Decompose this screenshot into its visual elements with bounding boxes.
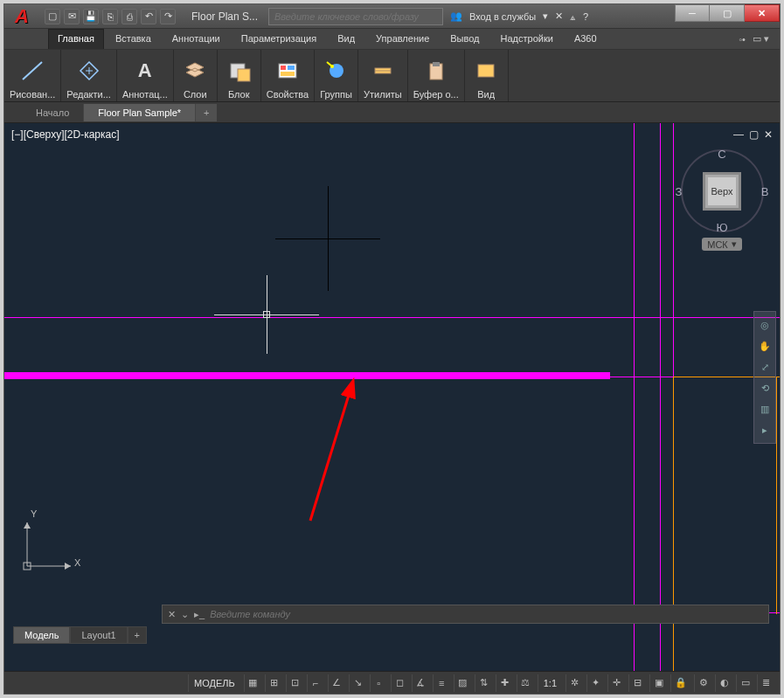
- ribbon-panel-utilities[interactable]: Утилиты: [358, 50, 408, 101]
- ribbon-panel-annotation[interactable]: AАннотац...: [117, 50, 174, 101]
- showmotion-icon[interactable]: ▥: [757, 401, 773, 417]
- ribbon-panel-modify[interactable]: Редакти...: [61, 50, 117, 101]
- close-button[interactable]: ✕: [745, 4, 780, 22]
- quick-properties-icon[interactable]: ▣: [649, 674, 667, 692]
- otrack-icon[interactable]: ∡: [412, 674, 429, 692]
- 3dosnap-icon[interactable]: ◻: [391, 674, 408, 692]
- app-logo[interactable]: A: [4, 4, 39, 29]
- svg-line-0: [23, 62, 42, 79]
- status-model-button[interactable]: МОДЕЛЬ: [188, 674, 240, 692]
- menu-item[interactable]: Параметризация: [232, 29, 326, 49]
- hardware-accel-icon[interactable]: ⚙: [694, 674, 711, 692]
- ortho-mode-icon[interactable]: ⌐: [307, 674, 324, 692]
- svg-marker-17: [65, 563, 71, 570]
- saveas-icon[interactable]: ⎘: [102, 9, 118, 24]
- orbit-icon[interactable]: ⟲: [757, 380, 773, 396]
- zoom-extents-icon[interactable]: ⤢: [757, 359, 773, 375]
- document-tab-add[interactable]: +: [196, 104, 217, 121]
- pan-icon[interactable]: ✋: [757, 338, 773, 354]
- open-icon[interactable]: ✉: [64, 9, 80, 24]
- viewcube[interactable]: С Ю В З Верх МСК▾: [678, 149, 766, 254]
- menu-item[interactable]: Вид: [328, 29, 364, 49]
- lock-ui-icon[interactable]: 🔒: [670, 674, 690, 692]
- ribbon-bullet-icon[interactable]: ◦•: [739, 34, 746, 45]
- command-input[interactable]: [210, 609, 763, 619]
- minimize-button[interactable]: ─: [675, 4, 710, 22]
- cmd-close-icon[interactable]: ✕: [168, 609, 176, 620]
- menu-item[interactable]: Аннотации: [163, 29, 230, 49]
- workspace-icon[interactable]: ✲: [565, 674, 583, 692]
- viewport-maximize-icon[interactable]: ▢: [749, 128, 759, 141]
- ribbon-panel-groups[interactable]: Группы: [315, 50, 358, 101]
- viewcube-north[interactable]: С: [718, 148, 725, 161]
- layout-tab[interactable]: Модель: [13, 626, 70, 644]
- document-title: Floor Plan S...: [181, 10, 268, 23]
- ribbon-panel-view[interactable]: Вид: [465, 50, 509, 101]
- help-icon[interactable]: ?: [583, 11, 588, 22]
- menu-item[interactable]: Вывод: [441, 29, 489, 49]
- menu-item[interactable]: Главная: [48, 29, 104, 49]
- annotation-scale-icon[interactable]: ⚖: [517, 674, 534, 692]
- annotation-scale-value[interactable]: 1:1: [538, 674, 562, 692]
- layout-tabs: Модель Layout1 +: [13, 625, 147, 645]
- viewcube-face[interactable]: Верх: [705, 175, 739, 208]
- layout-tab-add[interactable]: +: [128, 626, 147, 644]
- transparency-icon[interactable]: ▨: [454, 674, 471, 692]
- grid-display-icon[interactable]: ▦: [244, 674, 261, 692]
- menu-item[interactable]: Управление: [366, 29, 439, 49]
- snap-mode-icon[interactable]: ⊞: [265, 674, 282, 692]
- polar-tracking-icon[interactable]: ∠: [328, 674, 345, 692]
- viewcube-wcs[interactable]: МСК▾: [702, 238, 742, 251]
- ribbon-collapse-icon[interactable]: ▭ ▾: [753, 33, 769, 45]
- infocenter-icon[interactable]: 👥: [450, 10, 462, 22]
- search-box[interactable]: [268, 8, 443, 25]
- new-icon[interactable]: ▢: [45, 9, 60, 24]
- cmd-recent-icon[interactable]: ⌄: [181, 609, 189, 620]
- save-icon[interactable]: 💾: [83, 9, 99, 24]
- undo-icon[interactable]: ↶: [141, 9, 156, 24]
- document-tab[interactable]: Начало: [22, 104, 84, 121]
- command-line[interactable]: ✕ ⌄ ▸_: [162, 605, 769, 624]
- ucs-icon[interactable]: X Y: [18, 514, 80, 575]
- menu-item[interactable]: A360: [565, 29, 607, 49]
- ribbon-panel-clipboard[interactable]: Буфер о...: [408, 50, 465, 101]
- ribbon-panel-properties[interactable]: Свойства: [261, 50, 315, 101]
- document-tab[interactable]: Floor Plan Sample*: [84, 104, 196, 121]
- units-icon[interactable]: ⊟: [628, 674, 646, 692]
- viewcube-south[interactable]: Ю: [716, 221, 727, 234]
- isolate-objects-icon[interactable]: ◐: [715, 674, 732, 692]
- menu-item[interactable]: Вставка: [106, 29, 161, 49]
- ribbon-panel-layers[interactable]: Слои: [174, 50, 218, 101]
- ribbon-panel-block[interactable]: Блок: [218, 50, 261, 101]
- menu-item[interactable]: Надстройки: [491, 29, 563, 49]
- ribbon-panel-draw[interactable]: Рисован...: [4, 50, 61, 101]
- isodraft-icon[interactable]: ↘: [349, 674, 366, 692]
- annotation-visibility-icon[interactable]: ✦: [586, 674, 604, 692]
- viewport-minimize-icon[interactable]: —: [733, 128, 744, 141]
- exchange-icon[interactable]: ✕: [555, 10, 563, 22]
- nav-collapse-icon[interactable]: ▸: [757, 422, 773, 438]
- viewcube-east[interactable]: В: [761, 184, 769, 197]
- drawing-canvas[interactable]: [−][Сверху][2D-каркас] — ▢ ✕: [4, 123, 780, 671]
- viewcube-west[interactable]: З: [676, 184, 683, 197]
- infer-constraints-icon[interactable]: ⊡: [286, 674, 303, 692]
- redo-icon[interactable]: ↷: [160, 9, 176, 24]
- steering-wheel-icon[interactable]: ◎: [757, 317, 773, 333]
- maximize-button[interactable]: ▢: [710, 4, 745, 22]
- lineweight-icon[interactable]: ≡: [433, 674, 450, 692]
- customize-icon[interactable]: ≣: [757, 674, 774, 692]
- viewport-close-icon[interactable]: ✕: [764, 128, 773, 141]
- signin-dropdown-icon[interactable]: ▾: [543, 10, 548, 22]
- selection-cycling-icon[interactable]: ⇅: [475, 674, 492, 692]
- quick-access-toolbar: ▢ ✉ 💾 ⎘ ⎙ ↶ ↷: [39, 9, 181, 24]
- print-icon[interactable]: ⎙: [121, 9, 137, 24]
- viewport-label[interactable]: [−][Сверху][2D-каркас]: [11, 128, 120, 141]
- clean-screen-icon[interactable]: ▭: [736, 674, 753, 692]
- signin-button[interactable]: Вход в службы: [469, 11, 536, 22]
- search-input[interactable]: [269, 11, 442, 22]
- layout-tab[interactable]: Layout1: [70, 626, 127, 644]
- autoscale-icon[interactable]: ✛: [607, 674, 625, 692]
- a360-icon[interactable]: ⟁: [570, 11, 576, 22]
- annotation-monitor-icon[interactable]: ✚: [496, 674, 513, 692]
- osnap-icon[interactable]: ▫: [370, 674, 387, 692]
